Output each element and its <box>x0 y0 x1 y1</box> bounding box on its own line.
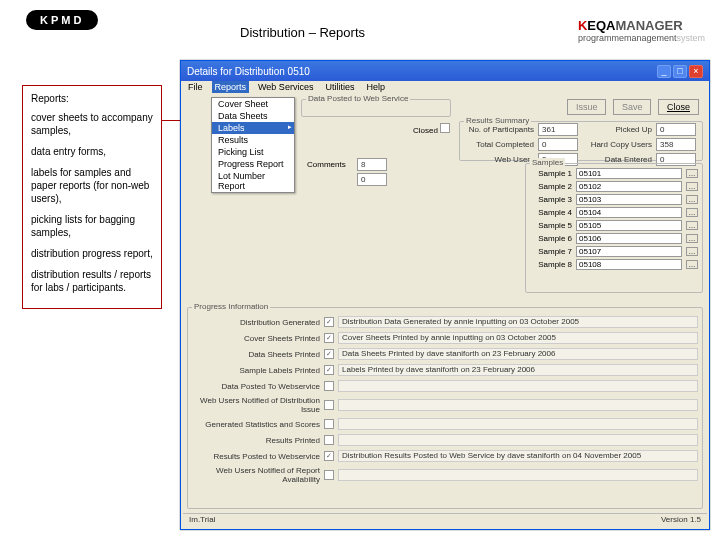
progress-text: Labels Printed by dave staniforth on 23 … <box>338 364 698 376</box>
sidebar-item: labels for samples and paper reports (fo… <box>31 166 153 205</box>
brand-programme: programmemanagement <box>578 33 677 43</box>
status-left: Im.Trial <box>189 515 215 526</box>
maximize-button[interactable]: □ <box>673 65 687 78</box>
sample-input[interactable]: 05103 <box>576 194 682 205</box>
sample-label: Sample 1 <box>530 169 572 178</box>
sample-browse-button[interactable]: … <box>686 247 698 256</box>
sample-label: Sample 2 <box>530 182 572 191</box>
brand-eqa: EQA <box>587 18 615 33</box>
progress-row-label: Data Sheets Printed <box>192 350 320 359</box>
brand-block: KEQAMANAGER programmemanagementsystem <box>578 18 705 43</box>
comments-value2: 0 <box>357 173 387 186</box>
dropdown-item[interactable]: Cover Sheet <box>212 98 294 110</box>
progress-row-label: Data Posted To Webservice <box>192 382 320 391</box>
brand-k: K <box>578 18 587 33</box>
sidebar-heading: Reports: <box>31 92 153 105</box>
sample-browse-button[interactable]: … <box>686 234 698 243</box>
sample-input[interactable]: 05107 <box>576 246 682 257</box>
sample-browse-button[interactable]: … <box>686 260 698 269</box>
page-title: Distribution – Reports <box>240 25 365 40</box>
sample-input[interactable]: 05102 <box>576 181 682 192</box>
progress-checkbox[interactable]: ✓ <box>324 317 334 327</box>
hardcopy-label: Hard Copy Users <box>582 140 652 149</box>
sidebar-item: distribution progress report, <box>31 247 153 260</box>
progress-row-label: Web Users Notified of Report Availabilit… <box>192 466 320 484</box>
dropdown-item[interactable]: Lot Number Report <box>212 170 294 192</box>
progress-row-label: Sample Labels Printed <box>192 366 320 375</box>
participants-value: 361 <box>538 123 578 136</box>
sample-browse-button[interactable]: … <box>686 169 698 178</box>
progress-text: Cover Sheets Printed by annie inputting … <box>338 332 698 344</box>
participants-label: No. of Participants <box>464 125 534 134</box>
menu-file[interactable]: File <box>185 81 206 93</box>
results-summary-label: Results Summary <box>464 116 531 125</box>
progress-row-label: Results Posted to Webservice <box>192 452 320 461</box>
pickedup-label: Picked Up <box>582 125 652 134</box>
menubar: FileReportsWeb ServicesUtilitiesHelp <box>181 81 709 97</box>
menu-reports[interactable]: Reports <box>212 81 250 93</box>
pickedup-value: 0 <box>656 123 696 136</box>
reports-dropdown: Cover Sheet Data Sheets Labels Results P… <box>211 97 295 193</box>
progress-checkbox[interactable]: ✓ <box>324 451 334 461</box>
save-button[interactable]: Save <box>613 99 652 115</box>
samples-label: Samples <box>530 158 565 167</box>
totalcompleted-label: Total Completed <box>464 140 534 149</box>
minimize-button[interactable]: _ <box>657 65 671 78</box>
progress-checkbox[interactable] <box>324 400 334 410</box>
progress-checkbox[interactable]: ✓ <box>324 333 334 343</box>
sample-browse-button[interactable]: … <box>686 208 698 217</box>
sample-input[interactable]: 05104 <box>576 207 682 218</box>
progress-row-label: Web Users Notified of Distribution Issue <box>192 396 320 414</box>
progress-row-label: Cover Sheets Printed <box>192 334 320 343</box>
sample-input[interactable]: 05105 <box>576 220 682 231</box>
dropdown-item[interactable]: Data Sheets <box>212 110 294 122</box>
sample-browse-button[interactable]: … <box>686 195 698 204</box>
menu-webservices[interactable]: Web Services <box>255 81 316 93</box>
closed-checkbox[interactable] <box>440 123 450 133</box>
progress-checkbox[interactable]: ✓ <box>324 349 334 359</box>
progress-text <box>338 469 698 481</box>
progress-row-label: Results Printed <box>192 436 320 445</box>
progress-text: Data Sheets Printed by dave staniforth o… <box>338 348 698 360</box>
progress-checkbox[interactable] <box>324 470 334 480</box>
sample-label: Sample 4 <box>530 208 572 217</box>
comments-value: 8 <box>357 158 387 171</box>
sample-label: Sample 3 <box>530 195 572 204</box>
logo-kpmd: KPMD <box>26 10 98 30</box>
menu-utilities[interactable]: Utilities <box>322 81 357 93</box>
sample-input[interactable]: 05101 <box>576 168 682 179</box>
close-button[interactable]: × <box>689 65 703 78</box>
sample-browse-button[interactable]: … <box>686 221 698 230</box>
statusbar: Im.Trial Version 1.5 <box>183 513 707 527</box>
progress-checkbox[interactable] <box>324 381 334 391</box>
page-header: KPMD Distribution – Reports KEQAMANAGER … <box>0 10 720 50</box>
brand-system: system <box>676 33 705 43</box>
progress-text <box>338 434 698 446</box>
progress-checkbox[interactable]: ✓ <box>324 365 334 375</box>
titlebar[interactable]: Details for Distribution 0510 _ □ × <box>181 61 709 81</box>
dataposted-label: Data Posted to Web Service <box>306 94 410 103</box>
sample-input[interactable]: 05108 <box>576 259 682 270</box>
progress-text: Distribution Results Posted to Web Servi… <box>338 450 698 462</box>
progress-text <box>338 399 698 411</box>
sample-browse-button[interactable]: … <box>686 182 698 191</box>
progress-text <box>338 380 698 392</box>
totalcompleted-value: 0 <box>538 138 578 151</box>
progress-label: Progress Information <box>192 302 270 311</box>
close-window-button[interactable]: Close <box>658 99 699 115</box>
sample-input[interactable]: 05106 <box>576 233 682 244</box>
progress-text <box>338 418 698 430</box>
dropdown-item-labels[interactable]: Labels <box>212 122 294 134</box>
progress-checkbox[interactable] <box>324 435 334 445</box>
comments-label: Comments <box>307 160 353 169</box>
dropdown-item[interactable]: Progress Report <box>212 158 294 170</box>
sidebar-item: picking lists for bagging samples, <box>31 213 153 239</box>
dropdown-item[interactable]: Picking List <box>212 146 294 158</box>
issue-button[interactable]: Issue <box>567 99 607 115</box>
sample-label: Sample 8 <box>530 260 572 269</box>
menu-help[interactable]: Help <box>363 81 388 93</box>
webusers-label: Web Users <box>464 155 534 164</box>
window-title: Details for Distribution 0510 <box>187 66 310 77</box>
dropdown-item[interactable]: Results <box>212 134 294 146</box>
progress-checkbox[interactable] <box>324 419 334 429</box>
